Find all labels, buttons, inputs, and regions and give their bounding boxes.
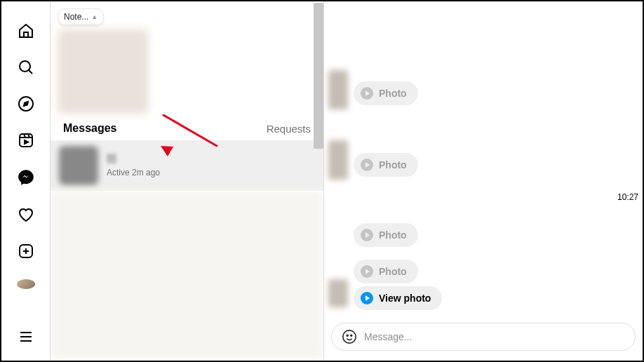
svg-line-1 bbox=[29, 70, 32, 74]
requests-link[interactable]: Requests bbox=[267, 123, 311, 135]
photo-message-label: Photo bbox=[379, 266, 407, 277]
notifications-icon[interactable] bbox=[17, 206, 35, 223]
conversation-item[interactable]: Active 2m ago bbox=[51, 140, 323, 191]
reels-icon[interactable] bbox=[17, 132, 35, 149]
search-icon[interactable] bbox=[17, 59, 35, 76]
profile-avatar[interactable] bbox=[17, 279, 35, 289]
play-icon bbox=[361, 159, 373, 171]
your-story-avatar[interactable] bbox=[58, 29, 149, 114]
emoji-icon[interactable] bbox=[342, 329, 357, 344]
note-label: Note... bbox=[64, 12, 88, 22]
conversation-name bbox=[107, 154, 116, 163]
conversation-list-rest bbox=[51, 191, 323, 359]
view-photo-label: View photo bbox=[379, 293, 431, 304]
svg-marker-3 bbox=[24, 102, 28, 106]
message-sender-avatar bbox=[328, 70, 348, 109]
svg-point-17 bbox=[351, 335, 352, 336]
note-card[interactable]: Note... ▲ bbox=[58, 8, 156, 114]
explore-icon[interactable] bbox=[17, 95, 35, 112]
create-icon[interactable] bbox=[17, 243, 35, 260]
photo-message-expired[interactable]: Photo bbox=[354, 223, 418, 247]
conversation-list-panel: Note... ▲ Messages Requests Active 2m ag… bbox=[51, 1, 324, 361]
message-sender-avatar bbox=[328, 140, 348, 180]
conversation-avatar bbox=[59, 146, 98, 185]
play-icon bbox=[361, 292, 373, 304]
play-icon bbox=[361, 229, 373, 241]
message-input[interactable] bbox=[364, 331, 625, 342]
message-composer[interactable] bbox=[331, 323, 636, 351]
scrollbar[interactable] bbox=[314, 3, 323, 149]
photo-message-expired[interactable]: Photo bbox=[354, 153, 418, 177]
svg-marker-8 bbox=[25, 140, 28, 144]
nav-rail bbox=[1, 1, 51, 361]
photo-message-expired[interactable]: Photo bbox=[354, 81, 418, 105]
play-icon bbox=[361, 87, 373, 100]
menu-icon[interactable] bbox=[17, 328, 35, 345]
play-icon bbox=[361, 265, 373, 278]
svg-point-15 bbox=[343, 330, 356, 343]
chevron-up-icon: ▲ bbox=[91, 13, 98, 20]
message-timestamp: 10:27 bbox=[617, 192, 638, 202]
photo-message-label: Photo bbox=[379, 159, 407, 170]
svg-point-0 bbox=[20, 61, 30, 72]
photo-message-label: Photo bbox=[379, 229, 407, 241]
home-icon[interactable] bbox=[17, 22, 35, 39]
messages-heading: Messages bbox=[63, 122, 117, 135]
chat-panel: Photo Photo Photo Photo View photo bbox=[324, 1, 643, 361]
svg-point-16 bbox=[347, 335, 348, 336]
message-sender-avatar bbox=[328, 279, 348, 307]
messenger-icon[interactable] bbox=[17, 168, 35, 187]
photo-message-label: Photo bbox=[379, 88, 407, 99]
photo-message-expired[interactable]: Photo bbox=[354, 260, 418, 283]
photo-message-viewable[interactable]: View photo bbox=[354, 286, 442, 310]
conversation-status: Active 2m ago bbox=[107, 168, 160, 177]
